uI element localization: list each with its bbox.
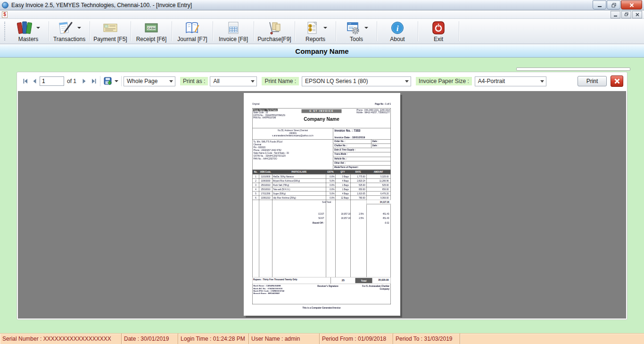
invoice-item-row: 3 25010010 Rock Salt (75Kg) 0.0% 1 Bags … [253,183,391,187]
minimize-icon [597,2,603,8]
tools-button[interactable]: Tools [337,19,376,43]
status-date: Date : 30/01/2019 [122,334,178,344]
toolbar-separator [336,21,336,41]
open-book-icon [184,20,201,35]
order-no-field: Order No. :Date : [333,140,391,144]
dropdown-caret-icon[interactable] [323,27,327,29]
invoice-page-number: Page No : 1 of 1 [375,103,391,105]
journal-button[interactable]: Journal [F7] [173,19,212,43]
table-document-icon [225,20,242,35]
sub-total-value: 34,117.16 [367,200,391,205]
close-icon [629,2,635,8]
last-page-button[interactable] [89,76,98,86]
purchase-label: Purchase[F9] [257,36,291,42]
total-amount: 35,020.00 [372,277,391,284]
about-button[interactable]: i About [378,19,417,43]
receipt-label: Receipt [F6] [136,36,167,42]
info-icon: i [389,20,406,35]
chevron-down-icon[interactable] [538,78,546,84]
close-button[interactable] [621,0,642,9]
order-date-field: Date : [371,140,391,144]
progress-bar [516,67,630,71]
zoom-mode-select[interactable]: Whole Page [124,76,175,86]
chevron-down-icon[interactable] [167,78,175,84]
first-page-button[interactable] [21,76,30,86]
status-filler [460,334,644,344]
transactions-label: Transactions [53,36,85,42]
status-bar: Serial Number : XXXXXXXXXXXXXXXXXX Date … [0,333,644,344]
exit-button[interactable]: Exit [419,19,458,43]
dropdown-caret-icon[interactable] [77,27,81,29]
minimize-icon [613,12,618,17]
receipt-button[interactable]: CASH Receipt [F6] [132,19,171,43]
table-column-line [326,175,327,277]
payment-label: Payment [F5] [93,36,127,42]
zoom-mode-value: Whole Page [127,78,157,84]
export-button[interactable] [102,76,119,86]
seller-contact-info: Phone : 044-2493 2101, 2249 1914 Mobile … [356,109,390,114]
chevron-down-icon[interactable] [403,78,411,84]
reports-button[interactable]: $ $ Reports [296,19,335,43]
paper-size-select[interactable]: A4-Portrait [475,76,546,86]
chevron-down-icon[interactable] [249,78,256,84]
round-off-row: Round Off : -0.02 [253,221,391,226]
page-number-input[interactable] [40,76,64,86]
svg-text:i: i [396,24,399,33]
table-column-line [259,175,260,277]
close-icon [614,78,620,84]
next-page-icon [81,78,87,84]
paper-size-label: Invoice Paper Size : [416,77,472,85]
trolley-icon [266,20,283,35]
journal-label: Journal [F7] [177,36,207,42]
sub-total-label: Sub Total : [253,200,336,205]
print-as-select[interactable]: All [210,76,257,86]
mdi-minimize-button[interactable] [611,11,620,18]
paper-size-value: A4-Portrait [478,78,505,84]
mdi-restore-button[interactable] [621,11,631,18]
table-column-line [351,175,351,277]
table-column-line [336,175,336,277]
purchase-button[interactable]: Purchase[F9] [255,19,294,43]
invoice-label: Invoice [F8] [219,36,248,42]
minimize-button[interactable] [593,0,606,9]
payment-mode-field: Mode/Term of Payment : [333,166,391,170]
total-badge: Total [355,278,372,283]
authorized-signatory: For S. Arunasalam Chettiar Company [362,285,389,290]
dropdown-caret-icon[interactable] [36,27,40,29]
invoice-item-row: 6 10061010 Idly Rice Krishna (25Kg) 0.0%… [253,196,391,200]
masters-button[interactable]: Masters [8,19,48,43]
last-page-icon [91,78,97,84]
invoice-number: Invoice No. : 7383 [335,129,390,133]
print-name-label: Print Name : [262,77,299,85]
toolbar-separator [418,21,418,41]
vehicle-no-field: Vehicle No. : [333,157,391,161]
printer-select[interactable]: EPSON LQ Series 1 (80) [302,76,411,86]
restore-button[interactable] [607,0,620,9]
computer-generated-note: This is a Computer Generated Invoice [252,307,391,309]
tax-row: SGST 18,057.16 2.5% 451.43 [253,217,391,221]
total-row: Rupees : Thirty Five Thousand Twenty Onl… [253,277,391,284]
seller-state-name: State Name : Tamil Nadu [253,109,278,111]
next-page-button[interactable] [79,76,89,86]
status-login-time: Login Time : 01:24:28 PM [178,334,249,344]
invoice-item-row: 1 11010000 MaiDa. 50Kg Narasus 0.0% 3 Ba… [253,175,391,179]
title-bar[interactable]: Easy Invoice 2.5, YEMYES Technologies, C… [0,0,644,10]
print-button[interactable]: Print [578,76,607,86]
payment-button[interactable]: Payment [F5] [91,19,130,43]
svg-text:$: $ [309,28,311,31]
transactions-button[interactable]: Transactions [50,19,89,43]
close-preview-button[interactable] [611,76,623,87]
dropdown-caret-icon[interactable] [115,80,118,82]
mdi-row: $ [0,10,644,19]
invoice-button[interactable]: Invoice [F8] [214,19,253,43]
previous-page-button[interactable] [30,76,40,86]
trans-mode-field: Trans.Mode : [333,152,391,157]
company-name-header: Company Name [0,44,644,58]
dropdown-caret-icon[interactable] [364,27,368,29]
restore-icon [611,2,617,8]
challan-no-field: Challan No. :Date : [333,144,391,148]
toolbar-separator [172,21,172,41]
mdi-close-button[interactable] [632,11,642,18]
tools-label: Tools [350,36,363,42]
toolbar-separator [459,21,459,41]
